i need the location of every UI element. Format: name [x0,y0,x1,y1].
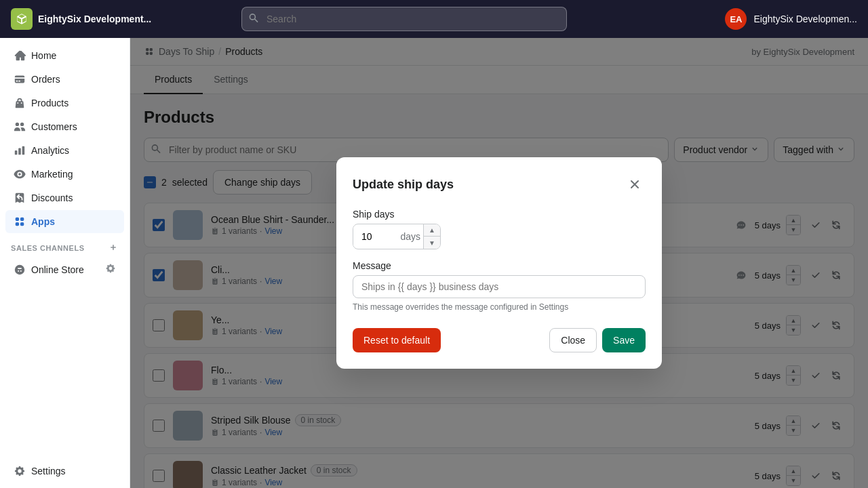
ship-days-increment[interactable]: ▲ [424,224,440,237]
store-name-topbar: EightySix Development... [38,14,151,24]
sidebar-item-label-analytics: Analytics [31,145,69,156]
modal-close-btn[interactable] [624,174,646,195]
sidebar-item-label-home: Home [31,50,56,61]
reset-to-default-btn[interactable]: Reset to default [353,328,441,352]
search-input-topbar[interactable] [241,7,567,31]
settings-label: Settings [31,466,66,476]
sidebar-item-analytics[interactable]: Analytics [5,139,124,162]
add-sales-channel-icon[interactable] [108,242,119,254]
search-bar[interactable] [241,7,567,31]
message-label: Message [353,260,646,271]
ship-days-unit: days [397,231,423,242]
products-icon [14,97,26,109]
ship-days-label: Ship days [353,209,646,220]
save-btn[interactable]: Save [602,328,646,352]
sidebar: Home Orders Products [0,38,130,488]
customers-icon [14,121,26,133]
modal-overlay[interactable]: Update ship days Ship days days ▲ [130,38,868,488]
ship-days-decrement[interactable]: ▼ [424,237,440,249]
sidebar-item-marketing[interactable]: Marketing [5,163,124,186]
logo[interactable]: EightySix Development... [11,8,151,30]
discounts-icon [14,192,26,204]
message-field: Message This message overrides the messa… [353,260,646,312]
avatar[interactable]: EA [725,8,747,30]
sidebar-item-label-apps: Apps [31,216,55,227]
sidebar-item-customers[interactable]: Customers [5,115,124,138]
online-store-icon [14,264,26,276]
modal-footer: Reset to default Close Save [353,328,646,352]
sidebar-item-settings[interactable]: Settings [5,460,124,483]
online-store-label: Online Store [31,264,84,275]
sidebar-item-products[interactable]: Products [5,92,124,115]
analytics-icon [14,144,26,157]
sidebar-item-apps[interactable]: Apps [5,210,124,233]
sidebar-item-discounts[interactable]: Discounts [5,186,124,209]
close-modal-btn[interactable]: Close [549,328,597,352]
apps-icon [14,216,26,228]
sales-channels-title: SALES CHANNELS [11,244,85,252]
ship-days-input[interactable] [353,226,397,247]
ship-days-field: Ship days days ▲ ▼ [353,209,646,249]
sidebar-item-label-marketing: Marketing [31,169,73,180]
marketing-icon [14,168,26,180]
modal: Update ship days Ship days days ▲ [336,157,662,369]
sidebar-nav: Home Orders Products [0,38,130,457]
online-store-settings-icon[interactable] [105,263,116,276]
sidebar-item-online-store[interactable]: Online Store [5,258,124,281]
sales-channels-header: SALES CHANNELS [0,234,130,257]
sidebar-item-label-discounts: Discounts [31,192,73,203]
store-name-right: EightySix Developmen... [753,14,857,24]
top-bar: EightySix Development... EA EightySix De… [0,0,868,38]
message-hint: This message overrides the message confi… [353,302,646,312]
home-icon [14,49,26,62]
sidebar-item-label-customers: Customers [31,121,77,132]
message-input[interactable] [353,275,646,298]
search-icon-topbar [248,13,259,26]
settings-icon [14,465,26,477]
sidebar-item-home[interactable]: Home [5,44,124,67]
modal-header: Update ship days [353,174,646,195]
modal-title: Update ship days [353,178,454,192]
ship-days-stepper: ▲ ▼ [423,224,440,249]
orders-icon [14,73,26,85]
sidebar-item-label-products: Products [31,98,68,108]
sidebar-item-orders[interactable]: Orders [5,68,124,91]
sidebar-item-label-orders: Orders [31,74,60,85]
